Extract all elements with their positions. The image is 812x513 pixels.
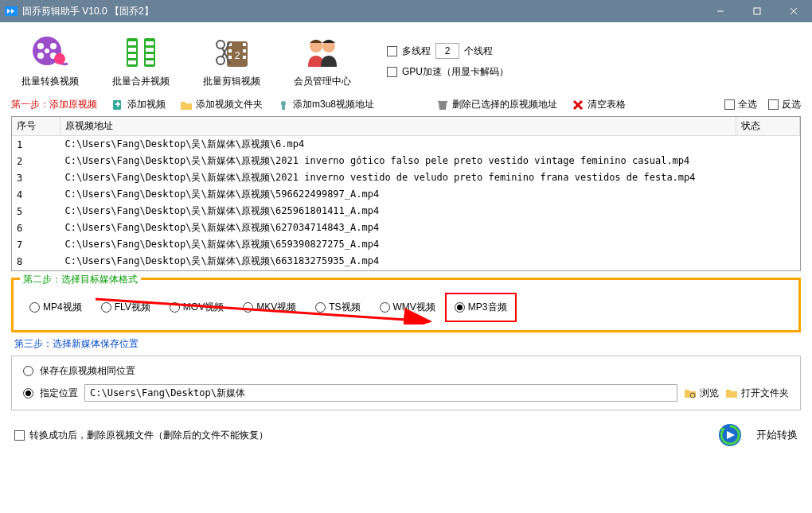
format-radio-WMV视频[interactable]: WMV视频 <box>380 301 435 314</box>
gpu-checkbox[interactable] <box>387 67 397 77</box>
table-row[interactable]: 4C:\Users\Fang\Desktop\吴\新媒体\原视频\5966224… <box>12 186 800 203</box>
batch-convert-button[interactable]: 批量转换视频 <box>14 33 86 88</box>
step2-title: 第二步：选择目标媒体格式 <box>20 273 141 286</box>
svg-rect-15 <box>128 54 136 58</box>
radio-icon <box>380 302 390 313</box>
radio-icon <box>170 302 180 313</box>
step1-actions: 第一步：添加原视频 添加视频 添加视频文件夹 添加m3u8视频地址 删除已选择的… <box>11 96 801 116</box>
svg-rect-18 <box>146 48 154 52</box>
member-center-button[interactable]: 会员管理中心 <box>287 33 358 88</box>
same-location-radio[interactable] <box>23 366 33 376</box>
multithread-checkbox[interactable] <box>387 46 397 56</box>
open-folder-button[interactable]: 打开文件夹 <box>725 387 789 400</box>
table-row[interactable]: 6C:\Users\Fang\Desktop\吴\新媒体\原视频\6270347… <box>12 220 800 236</box>
filmstrip-icon <box>119 33 162 72</box>
format-radio-MP3音频[interactable]: MP3音频 <box>445 293 517 322</box>
svg-rect-23 <box>228 49 232 52</box>
clapper-icon: 2 <box>210 33 253 72</box>
same-location-label: 保存在原视频相同位置 <box>40 364 135 378</box>
open-folder-icon <box>725 387 738 399</box>
table-row[interactable]: 7C:\Users\Fang\Desktop\吴\新媒体\原视频\6593908… <box>12 236 800 253</box>
tool-label: 批量转换视频 <box>21 75 79 88</box>
table-row[interactable]: 9C:\Users\Fang\Desktop\吴\新媒体\原视频\6634041… <box>12 270 800 271</box>
table-row[interactable]: 3C:\Users\Fang\Desktop\吴\新媒体\原视频\2021 in… <box>12 169 800 186</box>
custom-location-label: 指定位置 <box>40 387 78 400</box>
invert-selection-button[interactable]: 反选 <box>768 98 801 111</box>
svg-rect-25 <box>243 43 246 46</box>
threads-suffix: 个线程 <box>464 45 493 58</box>
radio-label: WMV视频 <box>393 301 435 314</box>
tool-label: 会员管理中心 <box>294 75 351 88</box>
format-radio-FLV视频[interactable]: FLV视频 <box>101 301 150 314</box>
delete-after-checkbox[interactable] <box>14 430 25 441</box>
svg-rect-37 <box>117 102 119 107</box>
svg-point-5 <box>37 43 44 49</box>
svg-rect-20 <box>146 60 154 64</box>
table-row[interactable]: 5C:\Users\Fang\Desktop\吴\新媒体\原视频\6259618… <box>12 203 800 220</box>
svg-rect-26 <box>243 49 246 52</box>
svg-point-9 <box>45 49 49 53</box>
clear-table-button[interactable]: 清空表格 <box>572 98 626 111</box>
batch-edit-button[interactable]: 2 批量剪辑视频 <box>196 33 267 88</box>
radio-label: FLV视频 <box>115 301 150 314</box>
start-button[interactable]: 开始转换 <box>756 428 798 442</box>
custom-location-radio[interactable] <box>23 388 33 398</box>
x-icon <box>572 99 584 111</box>
radio-icon <box>455 302 465 313</box>
search-folder-icon <box>684 387 697 399</box>
batch-merge-button[interactable]: 批量合并视频 <box>105 33 177 88</box>
film-reel-icon <box>29 33 72 72</box>
maximize-button[interactable] <box>739 0 775 22</box>
col-seq[interactable]: 序号 <box>12 117 60 136</box>
format-radio-MKV视频[interactable]: MKV视频 <box>243 301 296 314</box>
table-row[interactable]: 8C:\Users\Fang\Desktop\吴\新媒体\原视频\6631832… <box>12 253 800 270</box>
svg-point-30 <box>217 56 224 64</box>
radio-icon <box>101 302 111 313</box>
svg-rect-1 <box>754 8 760 14</box>
save-path-input[interactable] <box>84 384 677 402</box>
step3-title: 第三步：选择新媒体保存位置 <box>14 337 801 351</box>
svg-rect-17 <box>146 41 154 45</box>
video-table[interactable]: 序号 原视频地址 状态 1C:\Users\Fang\Desktop\吴\新媒体… <box>11 116 801 271</box>
format-radio-MP4视频[interactable]: MP4视频 <box>29 301 82 314</box>
folder-icon <box>180 99 193 111</box>
invert-icon <box>768 99 779 110</box>
people-icon <box>301 33 344 72</box>
table-row[interactable]: 1C:\Users\Fang\Desktop\吴\新媒体\原视频\6.mp4 <box>12 136 800 154</box>
svg-rect-27 <box>243 56 246 59</box>
format-radio-TS视频[interactable]: TS视频 <box>315 301 360 314</box>
minimize-button[interactable] <box>702 0 739 22</box>
svg-point-29 <box>217 41 224 49</box>
radio-label: MOV视频 <box>183 301 224 314</box>
browse-button[interactable]: 浏览 <box>684 387 719 400</box>
start-icon[interactable] <box>716 422 744 449</box>
col-path[interactable]: 原视频地址 <box>60 117 736 136</box>
close-button[interactable] <box>775 0 812 22</box>
svg-rect-16 <box>128 60 136 64</box>
tool-label: 批量剪辑视频 <box>203 75 260 88</box>
titlebar: 固乔剪辑助手 V10.0 【固乔2】 <box>0 0 812 22</box>
delete-selected-button[interactable]: 删除已选择的原视频地址 <box>436 98 557 111</box>
threads-input[interactable] <box>435 43 459 59</box>
format-radio-row: MP4视频FLV视频MOV视频MKV视频TS视频WMV视频MP3音频 <box>23 301 789 314</box>
svg-rect-24 <box>228 56 232 59</box>
radio-label: MKV视频 <box>256 301 296 314</box>
add-file-icon <box>111 99 124 111</box>
radio-label: MP4视频 <box>43 301 82 314</box>
save-location-group: 保存在原视频相同位置 指定位置 浏览 打开文件夹 <box>11 356 801 410</box>
svg-point-6 <box>50 43 57 49</box>
main-toolbar: 批量转换视频 批量合并视频 2 批量剪辑视频 会员管理中心 <box>11 29 801 96</box>
svg-rect-13 <box>128 41 136 45</box>
radio-icon <box>29 302 40 313</box>
svg-rect-39 <box>282 105 285 110</box>
svg-text:2: 2 <box>235 50 240 61</box>
select-all-button[interactable]: 全选 <box>724 98 757 111</box>
add-m3u8-button[interactable]: 添加m3u8视频地址 <box>277 98 374 111</box>
col-status[interactable]: 状态 <box>736 117 800 136</box>
add-folder-button[interactable]: 添加视频文件夹 <box>180 98 263 111</box>
table-row[interactable]: 2C:\Users\Fang\Desktop\吴\新媒体\原视频\2021 in… <box>12 153 800 169</box>
svg-rect-14 <box>128 48 136 52</box>
format-radio-MOV视频[interactable]: MOV视频 <box>170 301 224 314</box>
add-video-button[interactable]: 添加视频 <box>111 98 166 111</box>
bottom-row: 转换成功后，删除原视频文件（删除后的文件不能恢复） 开始转换 <box>11 422 801 449</box>
